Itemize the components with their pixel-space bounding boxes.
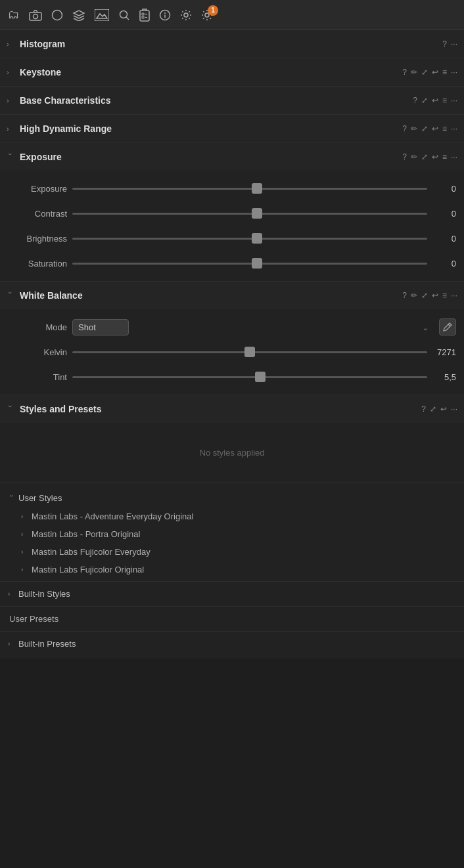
keystone-help-icon[interactable]: ? bbox=[402, 68, 407, 77]
list-item[interactable]: › Mastin Labs Fujicolor Original bbox=[0, 561, 464, 578]
list-item[interactable]: › Mastin Labs - Portra Original bbox=[0, 525, 464, 543]
keystone-more-icon[interactable]: ··· bbox=[451, 68, 457, 77]
brightness-slider-row: Brightness 0 bbox=[0, 226, 464, 251]
user-styles-items: › Mastin Labs - Adventure Everyday Origi… bbox=[0, 508, 464, 578]
mountain-icon[interactable] bbox=[95, 9, 109, 21]
base-help-icon[interactable]: ? bbox=[413, 96, 417, 105]
tint-slider-thumb[interactable] bbox=[255, 372, 266, 382]
base-more-icon[interactable]: ··· bbox=[451, 96, 457, 105]
keystone-menu-icon[interactable]: ≡ bbox=[442, 68, 447, 77]
histogram-more-icon[interactable]: ··· bbox=[451, 39, 457, 49]
tint-slider-track bbox=[72, 376, 427, 378]
exposure-more-icon[interactable]: ··· bbox=[451, 152, 457, 162]
wb-expand-icon[interactable]: ⤢ bbox=[421, 291, 428, 300]
built-in-styles-label: Built-in Styles bbox=[18, 589, 70, 599]
saturation-slider-track-container[interactable] bbox=[72, 257, 427, 270]
wb-mode-row: Mode Shot Auto Daylight Cloudy Shade Tun… bbox=[0, 315, 464, 339]
keystone-expand-icon[interactable]: ⤢ bbox=[421, 68, 428, 77]
hdr-chevron: › bbox=[7, 125, 14, 133]
kelvin-slider-thumb[interactable] bbox=[244, 347, 255, 357]
white-balance-header[interactable]: › White Balance ? ✏ ⤢ ↩ ≡ ··· bbox=[0, 282, 464, 309]
camera-icon[interactable] bbox=[29, 9, 42, 21]
wb-mode-label: Mode bbox=[8, 322, 67, 332]
exposure-reset-icon[interactable]: ↩ bbox=[432, 152, 438, 162]
tint-slider-track-container[interactable] bbox=[72, 370, 427, 383]
sp-reset-icon[interactable]: ↩ bbox=[440, 404, 447, 414]
exposure-slider-label: Exposure bbox=[8, 184, 67, 194]
hdr-menu-icon[interactable]: ≡ bbox=[442, 124, 447, 133]
svg-point-2 bbox=[53, 10, 62, 20]
list-item[interactable]: › Mastin Labs Fujicolor Everyday bbox=[0, 543, 464, 561]
no-styles-message: No styles applied bbox=[0, 428, 464, 477]
tint-slider-row: Tint 5,5 bbox=[0, 364, 464, 389]
exposure-section: › Exposure ? ✏ ⤢ ↩ ≡ ··· Exposure 0 Cont… bbox=[0, 143, 464, 282]
hdr-help-icon[interactable]: ? bbox=[402, 124, 407, 133]
base-characteristics-header[interactable]: › Base Characteristics ? ⤢ ↩ ≡ ··· bbox=[0, 87, 464, 114]
wb-mode-select[interactable]: Shot Auto Daylight Cloudy Shade Tungsten… bbox=[72, 319, 129, 336]
sp-more-icon[interactable]: ··· bbox=[451, 404, 457, 414]
styles-presets-title: Styles and Presets bbox=[20, 404, 421, 414]
info-icon[interactable] bbox=[159, 9, 171, 21]
styles-presets-chevron: › bbox=[7, 405, 14, 413]
brightness-slider-thumb[interactable] bbox=[252, 233, 262, 244]
base-reset-icon[interactable]: ↩ bbox=[432, 96, 438, 105]
exposure-header[interactable]: › Exposure ? ✏ ⤢ ↩ ≡ ··· bbox=[0, 143, 464, 171]
circle-icon[interactable] bbox=[51, 9, 63, 21]
wb-reset-icon[interactable]: ↩ bbox=[432, 291, 438, 300]
user-styles-group[interactable]: › User Styles bbox=[0, 488, 464, 508]
contrast-slider-thumb[interactable] bbox=[252, 208, 262, 219]
eyedropper-button[interactable] bbox=[439, 318, 456, 336]
kelvin-slider-track-container[interactable] bbox=[72, 345, 427, 358]
built-in-presets-group[interactable]: › Built-in Presets bbox=[0, 634, 464, 653]
toolbar: 🗂 bbox=[0, 0, 464, 30]
sp-help-icon[interactable]: ? bbox=[421, 404, 426, 414]
exposure-slider-thumb[interactable] bbox=[252, 183, 262, 194]
exposure-slider-row: Exposure 0 bbox=[0, 176, 464, 201]
kelvin-slider-label: Kelvin bbox=[8, 347, 67, 357]
svg-line-16 bbox=[448, 324, 450, 326]
white-balance-chevron: › bbox=[7, 292, 14, 299]
wb-edit-icon[interactable]: ✏ bbox=[411, 291, 417, 300]
keystone-header[interactable]: › Keystone ? ✏ ⤢ ↩ ≡ ··· bbox=[0, 58, 464, 86]
histogram-header[interactable]: › Histogram ? ··· bbox=[0, 30, 464, 58]
histogram-help-icon[interactable]: ? bbox=[442, 39, 447, 49]
white-balance-section: › White Balance ? ✏ ⤢ ↩ ≡ ··· Mode Shot … bbox=[0, 282, 464, 395]
svg-rect-7 bbox=[142, 13, 144, 15]
exposure-slider-track-container[interactable] bbox=[72, 182, 427, 195]
folder-icon[interactable]: 🗂 bbox=[8, 8, 20, 22]
white-balance-actions: ? ✏ ⤢ ↩ ≡ ··· bbox=[402, 291, 457, 300]
contrast-slider-track-container[interactable] bbox=[72, 207, 427, 220]
keystone-edit-icon[interactable]: ✏ bbox=[411, 68, 417, 77]
keystone-section: › Keystone ? ✏ ⤢ ↩ ≡ ··· bbox=[0, 58, 464, 87]
gear-small-icon[interactable] bbox=[180, 9, 192, 21]
wb-help-icon[interactable]: ? bbox=[402, 291, 407, 300]
exposure-menu-icon[interactable]: ≡ bbox=[442, 152, 447, 162]
built-in-styles-group[interactable]: › Built-in Styles bbox=[0, 584, 464, 603]
hdr-edit-icon[interactable]: ✏ bbox=[411, 124, 417, 133]
notifications-icon[interactable]: 1 bbox=[201, 9, 213, 21]
saturation-slider-thumb[interactable] bbox=[252, 258, 262, 269]
hdr-header[interactable]: › High Dynamic Range ? ✏ ⤢ ↩ ≡ ··· bbox=[0, 115, 464, 142]
wb-menu-icon[interactable]: ≡ bbox=[442, 291, 447, 300]
wb-mode-select-wrapper: Shot Auto Daylight Cloudy Shade Tungsten… bbox=[72, 319, 434, 336]
list-item[interactable]: › Mastin Labs - Adventure Everyday Origi… bbox=[0, 508, 464, 525]
kelvin-slider-row: Kelvin 7271 bbox=[0, 339, 464, 364]
keystone-reset-icon[interactable]: ↩ bbox=[432, 68, 438, 77]
hdr-more-icon[interactable]: ··· bbox=[451, 124, 457, 133]
hdr-reset-icon[interactable]: ↩ bbox=[432, 124, 438, 133]
contrast-slider-row: Contrast 0 bbox=[0, 201, 464, 226]
styles-presets-header[interactable]: › Styles and Presets ? ⤢ ↩ ··· bbox=[0, 395, 464, 423]
base-menu-icon[interactable]: ≡ bbox=[442, 96, 447, 105]
layers-icon[interactable] bbox=[72, 9, 85, 21]
tint-slider-label: Tint bbox=[8, 372, 67, 382]
search-icon[interactable] bbox=[118, 9, 130, 21]
sp-expand-icon[interactable]: ⤢ bbox=[430, 404, 436, 414]
wb-more-icon[interactable]: ··· bbox=[451, 291, 457, 300]
base-expand-icon[interactable]: ⤢ bbox=[421, 96, 428, 105]
hdr-expand-icon[interactable]: ⤢ bbox=[421, 124, 428, 133]
exposure-edit-icon[interactable]: ✏ bbox=[411, 152, 417, 162]
exposure-help-icon[interactable]: ? bbox=[402, 152, 407, 162]
exposure-expand-icon[interactable]: ⤢ bbox=[421, 152, 428, 162]
brightness-slider-track-container[interactable] bbox=[72, 232, 427, 245]
clipboard-icon[interactable] bbox=[139, 9, 150, 22]
